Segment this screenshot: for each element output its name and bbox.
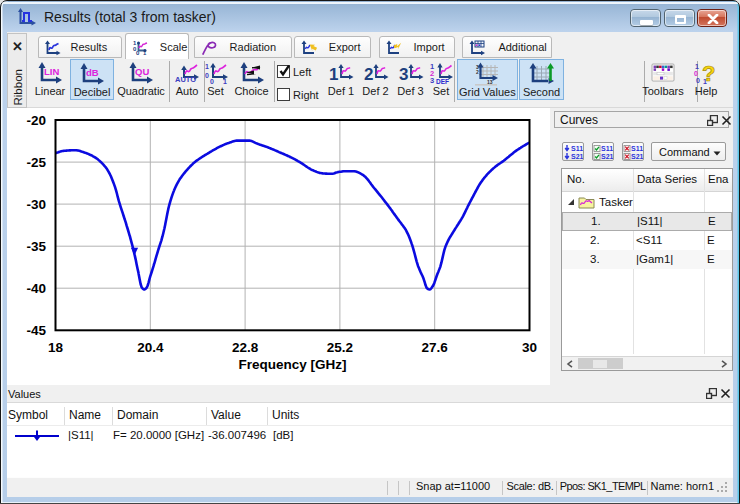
- svg-text:S11: S11: [601, 145, 613, 152]
- svg-text:DEF: DEF: [436, 78, 449, 85]
- svg-text:30: 30: [522, 340, 537, 355]
- svg-text:-25: -25: [26, 155, 46, 170]
- svg-text:0: 0: [205, 72, 209, 79]
- svg-text:LIN: LIN: [44, 66, 59, 77]
- svg-text:Frequency [GHz]: Frequency [GHz]: [238, 357, 346, 372]
- svg-text:dB: dB: [86, 67, 99, 78]
- svg-text:S21: S21: [601, 153, 613, 160]
- svg-text:13: 13: [487, 79, 493, 85]
- svg-text:18: 18: [48, 340, 64, 355]
- svg-text:?: ?: [702, 61, 715, 85]
- svg-text:2: 2: [476, 69, 479, 75]
- svg-text:S21: S21: [571, 153, 583, 160]
- svg-text:27.6: 27.6: [422, 340, 449, 355]
- svg-text:22.8: 22.8: [232, 340, 259, 355]
- svg-text:0: 0: [210, 78, 214, 85]
- svg-text:-45: -45: [26, 323, 46, 338]
- svg-text:1: 1: [329, 65, 338, 84]
- svg-text:0: 0: [694, 70, 698, 77]
- svg-text:0: 0: [696, 77, 700, 84]
- svg-text:1: 1: [695, 63, 699, 70]
- svg-text:-30: -30: [26, 197, 46, 212]
- svg-text:3: 3: [399, 65, 408, 84]
- svg-text:S11: S11: [571, 145, 583, 152]
- svg-text:-35: -35: [26, 239, 46, 254]
- svg-text:3: 3: [430, 76, 434, 85]
- svg-text:-40: -40: [26, 281, 46, 296]
- svg-text:S21: S21: [631, 153, 643, 160]
- svg-text:AUTO: AUTO: [175, 75, 196, 84]
- svg-text:20.4: 20.4: [137, 340, 164, 355]
- svg-text:QU: QU: [135, 66, 149, 77]
- svg-text:2: 2: [364, 65, 373, 84]
- svg-text:1: 1: [205, 63, 209, 70]
- svg-text:25.2: 25.2: [327, 340, 353, 355]
- svg-text:-20: -20: [26, 113, 46, 128]
- svg-text:S11: S11: [631, 145, 643, 152]
